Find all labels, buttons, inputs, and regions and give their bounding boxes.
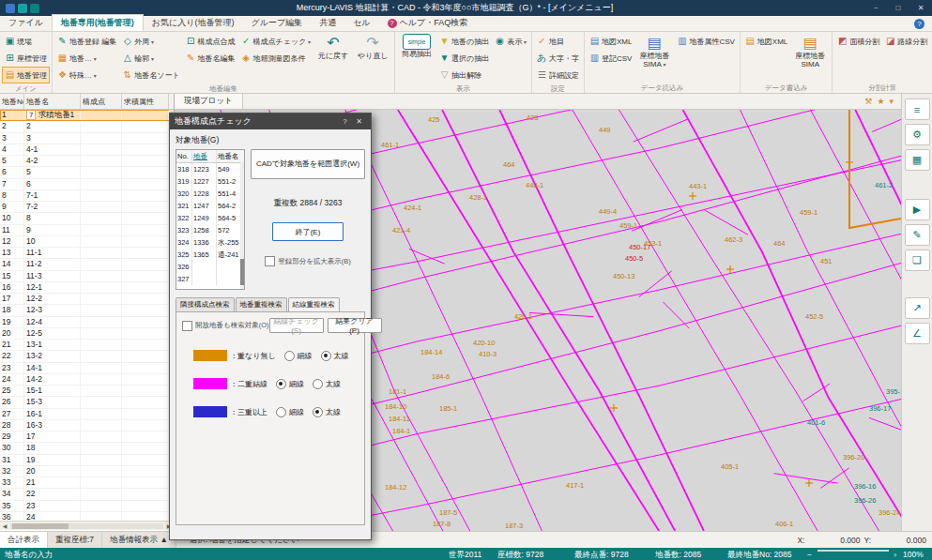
help-icon[interactable]: ?: [914, 19, 924, 29]
gearsm-button[interactable]: ☰詳細設定: [534, 67, 582, 83]
menu-button[interactable]: ▦地番…: [54, 50, 119, 67]
thin-line-radio[interactable]: [276, 407, 286, 417]
table-row[interactable]: 2414-2: [0, 374, 174, 386]
star-icon[interactable]: ★: [877, 97, 884, 106]
table-row[interactable]: 22: [0, 121, 174, 132]
close-button[interactable]: ✕: [909, 0, 932, 16]
dialog-close-icon[interactable]: ✕: [352, 117, 366, 126]
table-row[interactable]: 2816-3: [0, 420, 174, 431]
scrollbar-thumb[interactable]: [12, 523, 69, 529]
table-row[interactable]: 2314-1: [0, 363, 174, 374]
chars-button[interactable]: あ大字・字: [534, 50, 582, 67]
rsplit-button[interactable]: ◪路線分割: [882, 33, 930, 50]
quick-access-icon-2[interactable]: [30, 4, 39, 13]
table-row[interactable]: 17求積地番1: [0, 110, 174, 121]
bottom-tab-0[interactable]: 合計表示: [0, 532, 48, 548]
table-row[interactable]: 2113-1: [0, 340, 174, 351]
zoom-in-icon[interactable]: [892, 550, 898, 560]
table-row[interactable]: 1210: [0, 236, 174, 248]
line-tool-icon[interactable]: ↗: [905, 297, 930, 319]
ribbon-tab-file[interactable]: ファイル: [0, 15, 52, 31]
merge-button[interactable]: ⊡構成点合成: [183, 33, 238, 50]
eye-button[interactable]: ◉表示: [492, 33, 529, 50]
table-row[interactable]: 33: [0, 133, 174, 144]
list-column-header[interactable]: No.: [176, 150, 192, 162]
simaout-button[interactable]: ▤座標地番 SIMA: [790, 33, 830, 69]
table-row[interactable]: 2917: [0, 431, 174, 443]
thin-line-radio[interactable]: [276, 379, 286, 389]
zoom-out-icon[interactable]: [807, 550, 812, 559]
table-row[interactable]: 1612-1: [0, 282, 174, 294]
special-button[interactable]: ❖特殊…: [54, 67, 119, 83]
chevron-down-icon[interactable]: ▾: [889, 97, 894, 106]
table-row[interactable]: 1311-1: [0, 248, 174, 259]
checkbox-icon[interactable]: [182, 321, 192, 331]
list-row[interactable]: 3231258572: [176, 224, 244, 236]
checkbox-icon[interactable]: [265, 256, 275, 266]
table-row[interactable]: 97-2: [0, 202, 174, 213]
cond-button[interactable]: ◈地籍測量図条件: [238, 50, 313, 67]
draw-pen-icon[interactable]: ✎: [905, 224, 930, 246]
table-row[interactable]: 2515-1: [0, 386, 174, 397]
ribbon-tab-favorites[interactable]: お気に入り(地番管理): [144, 15, 243, 31]
table-row[interactable]: 65: [0, 167, 174, 178]
table-row[interactable]: 2012-5: [0, 328, 174, 340]
table-row[interactable]: 1812-3: [0, 305, 174, 316]
contour-button[interactable]: △輪郭: [119, 50, 182, 67]
table-row[interactable]: 3422: [0, 489, 174, 500]
maximize-button[interactable]: □: [887, 0, 909, 16]
list-row[interactable]: 327: [176, 273, 244, 285]
ribbon-tab-common[interactable]: 共通: [311, 15, 344, 31]
dialog-tab-2[interactable]: 結線重複検索: [288, 297, 340, 311]
funnelx-button[interactable]: ▽抽出解除: [436, 67, 492, 83]
redo-button[interactable]: ↷やり直し: [353, 33, 392, 61]
table-row[interactable]: 3321: [0, 477, 174, 489]
tools-icon[interactable]: ⚒: [864, 97, 872, 106]
table-row[interactable]: 2213-2: [0, 351, 174, 362]
table-row[interactable]: 54-2: [0, 156, 174, 167]
column-header[interactable]: 地番名: [24, 94, 81, 109]
check-button[interactable]: ✓構成点チェック: [238, 33, 313, 50]
list-row[interactable]: 3201228551-4: [176, 188, 244, 200]
xml-button[interactable]: ▤地図XML: [587, 33, 634, 50]
mark-button[interactable]: ✓地目: [534, 33, 582, 50]
parcel-button[interactable]: ▤地番管理: [2, 67, 50, 83]
outline-button[interactable]: ◇外周: [119, 33, 182, 50]
funnel2-button[interactable]: ▼選択の抽出: [436, 50, 492, 67]
table-row[interactable]: 76: [0, 179, 174, 190]
table-row[interactable]: 3018: [0, 443, 174, 454]
settings-gear-icon[interactable]: ⚙: [905, 124, 930, 145]
dialog-help-icon[interactable]: ?: [338, 117, 352, 126]
quick-access-icon-1[interactable]: [18, 4, 27, 13]
table-row[interactable]: 108: [0, 213, 174, 224]
thick-line-radio[interactable]: [313, 407, 323, 417]
list-scrollbar[interactable]: [240, 162, 244, 289]
funnel-button[interactable]: ▼地番の抽出: [436, 33, 492, 50]
table-row[interactable]: 2615-3: [0, 397, 174, 408]
table-row[interactable]: 3119: [0, 455, 174, 466]
list-row[interactable]: 3241336水-255: [176, 236, 244, 249]
bottom-tab-2[interactable]: 地番情報表示 ▲: [102, 532, 176, 548]
zoom-registered-checkbox[interactable]: 登録部分を拡大表示(B): [265, 256, 351, 266]
table-row[interactable]: 3624: [0, 512, 174, 521]
table-row[interactable]: 119: [0, 225, 174, 236]
ribbon-tab-help-search[interactable]: ?ヘルプ・FAQ検索: [379, 15, 477, 31]
list-column-header[interactable]: 地番名: [217, 150, 244, 162]
coord-button[interactable]: ⊞座標管理: [2, 50, 50, 67]
list-row[interactable]: 326: [176, 261, 244, 273]
list-row[interactable]: 3211247564-2: [176, 200, 244, 212]
list-row[interactable]: 3251365通-241: [176, 249, 244, 261]
zoom-slider[interactable]: [817, 550, 889, 552]
xmlout-button[interactable]: ▤地図XML: [742, 33, 790, 50]
table-row[interactable]: 44-1: [0, 144, 174, 156]
navigate-icon[interactable]: ▶: [905, 199, 930, 220]
table-row[interactable]: 1411-2: [0, 259, 174, 270]
column-header[interactable]: 構成点: [81, 94, 122, 109]
csv-button[interactable]: ▥地番属性CSV: [674, 33, 737, 50]
simple-button[interactable]: simple簡易抽出: [397, 33, 436, 59]
sort-button[interactable]: ⇅地番名ソート: [119, 67, 182, 83]
list-row[interactable]: 3191227551-2: [176, 175, 244, 188]
scrollbar-track[interactable]: [10, 523, 163, 529]
column-header[interactable]: 求積属性: [122, 94, 169, 109]
table-row[interactable]: 1511-3: [0, 271, 174, 282]
